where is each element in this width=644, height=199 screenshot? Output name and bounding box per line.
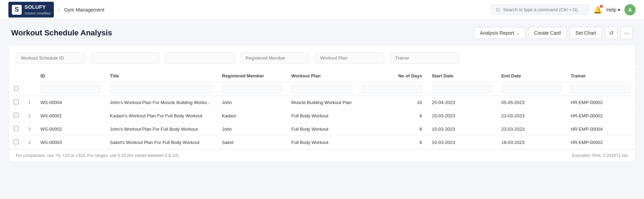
table-row: 1 WS-00004 John's Workout Plan For Muscl… <box>9 96 635 109</box>
help-button[interactable]: Help ▾ <box>606 7 620 13</box>
filter-trainer[interactable] <box>390 52 459 64</box>
table-subfilter-row <box>9 82 635 96</box>
row-end-date: 05-05-2023 <box>496 96 566 109</box>
col-trainer: Trainer <box>566 70 635 82</box>
row-end-date: 23-03-2023 <box>496 123 566 136</box>
col-id: ID <box>36 70 105 82</box>
subfilter-member[interactable] <box>222 84 282 94</box>
header-actions: Analysis Report ⌄ Create Card Set Chart … <box>474 27 633 39</box>
analysis-report-label: Analysis Report <box>480 30 514 36</box>
filter-member[interactable] <box>240 52 309 64</box>
col-days: No of Days <box>357 70 427 82</box>
row-member: Kadam <box>217 109 287 123</box>
analysis-chevron-icon: ⌄ <box>516 31 520 35</box>
help-chevron-icon: ▾ <box>618 7 620 13</box>
row-trainer: HR-EMP-00002 <box>566 96 635 109</box>
table-row: 2 WS-00001 Kadam's Workout Plan For Full… <box>9 109 635 123</box>
col-start: Start Date <box>427 70 496 82</box>
subfilter-start[interactable] <box>432 84 492 94</box>
row-title: Kadam's Workout Plan For Full Body Worko… <box>105 109 217 123</box>
row-id: WS-00003 <box>36 136 105 149</box>
subfilter-days[interactable] <box>362 84 422 94</box>
table-body: 1 WS-00004 John's Workout Plan For Muscl… <box>9 96 635 149</box>
footer-hint: For comparison, use >5, <10 or =324. For… <box>16 153 180 158</box>
search-bar[interactable] <box>491 5 589 15</box>
row-number: 4 <box>23 136 36 149</box>
subfilter-end[interactable] <box>501 84 561 94</box>
row-start-date: 10-03-2023 <box>427 136 496 149</box>
set-chart-button[interactable]: Set Chart <box>570 27 602 39</box>
col-plan: Workout Plan <box>286 70 357 82</box>
search-input[interactable] <box>503 7 585 12</box>
row-checkbox-cell[interactable] <box>9 136 23 149</box>
row-days: 8 <box>357 109 427 123</box>
subfilter-title[interactable] <box>110 84 212 94</box>
row-checkbox[interactable] <box>14 113 19 118</box>
row-checkbox[interactable] <box>14 100 19 104</box>
row-days: 8 <box>357 123 427 136</box>
row-end-date: 18-03-2023 <box>496 136 566 149</box>
filter-date-to[interactable]: 31-03-2024 <box>165 52 235 64</box>
row-number: 2 <box>23 109 36 123</box>
bell-badge <box>600 5 603 8</box>
row-id: WS-00001 <box>36 109 105 123</box>
footer-execution: Execution Time: 0.243471 sec <box>572 153 628 158</box>
row-plan: Full Body Workout <box>286 109 357 123</box>
row-start-date: 25-04-2023 <box>427 96 496 109</box>
subfilter-id[interactable] <box>41 84 100 94</box>
table-footer: For comparison, use >5, <10 or =324. For… <box>9 149 635 162</box>
analysis-report-button[interactable]: Analysis Report ⌄ <box>474 27 525 39</box>
help-label: Help <box>606 7 616 13</box>
row-days: 8 <box>357 136 427 149</box>
main-card: 01-04-2022 31-03-2024 ID Title Registere… <box>8 45 636 162</box>
row-number: 1 <box>23 96 36 109</box>
row-title: Saket's Workout Plan For Full Body Worko… <box>105 136 217 149</box>
row-id: WS-00004 <box>36 96 105 109</box>
table-wrap: ID Title Registered Member Workout Plan … <box>9 70 635 149</box>
row-checkbox-cell[interactable] <box>9 96 23 109</box>
col-end: End Date <box>496 70 566 82</box>
row-trainer: HR-EMP-00002 <box>566 109 635 123</box>
row-checkbox-cell[interactable] <box>9 109 23 123</box>
row-id: WS-00002 <box>36 123 105 136</box>
filter-schedule-id[interactable] <box>16 52 85 64</box>
avatar[interactable]: A <box>624 4 636 15</box>
subfilter-trainer[interactable] <box>571 84 630 94</box>
topnav: S SOLUFY Solution Simplified › Gym Manag… <box>0 0 644 20</box>
row-checkbox-cell[interactable] <box>9 123 23 136</box>
row-trainer: HR-EMP-00002 <box>566 136 635 149</box>
table-header-row: ID Title Registered Member Workout Plan … <box>9 70 635 82</box>
row-plan: Muscle Building Workout Plan <box>286 96 357 109</box>
row-start-date: 15-03-2023 <box>427 109 496 123</box>
logo-text: SOLUFY Solution Simplified <box>24 4 50 16</box>
row-start-date: 15-03-2023 <box>427 123 496 136</box>
svg-point-0 <box>496 8 500 11</box>
subfilter-plan[interactable] <box>291 84 352 94</box>
row-member: John <box>217 123 287 136</box>
more-options-button[interactable]: ⋯ <box>620 27 633 39</box>
table-row: 3 WS-00002 John's Workout Plan For Full … <box>9 123 635 136</box>
refresh-button[interactable]: ↺ <box>605 27 617 39</box>
row-end-date: 23-03-2023 <box>496 109 566 123</box>
row-title: John's Workout Plan For Full Body Workou… <box>105 123 217 136</box>
page-title: Workout Schedule Analysis <box>11 28 112 37</box>
row-checkbox[interactable] <box>14 139 19 144</box>
logo[interactable]: S SOLUFY Solution Simplified <box>8 2 54 18</box>
row-plan: Full Body Workout <box>286 123 357 136</box>
nav-separator: › <box>58 7 60 13</box>
create-card-button[interactable]: Create Card <box>528 27 567 39</box>
row-plan: Full Body Workout <box>286 136 357 149</box>
col-title: Title <box>105 70 217 82</box>
filter-date-from[interactable]: 01-04-2022 <box>91 52 160 64</box>
col-checkbox <box>9 70 23 82</box>
table-row: 4 WS-00003 Saket's Workout Plan For Full… <box>9 136 635 149</box>
search-icon <box>496 7 500 12</box>
page-header: Workout Schedule Analysis Analysis Repor… <box>0 20 644 45</box>
bell-wrapper: 🔔 <box>593 6 602 14</box>
filter-plan[interactable] <box>315 52 384 64</box>
row-title: John's Workout Plan For Muscle Building … <box>105 96 217 109</box>
filter-row: 01-04-2022 31-03-2024 <box>9 45 635 70</box>
row-checkbox[interactable] <box>14 126 19 131</box>
subfilter-cb[interactable] <box>14 86 19 91</box>
row-member: John <box>217 96 287 109</box>
